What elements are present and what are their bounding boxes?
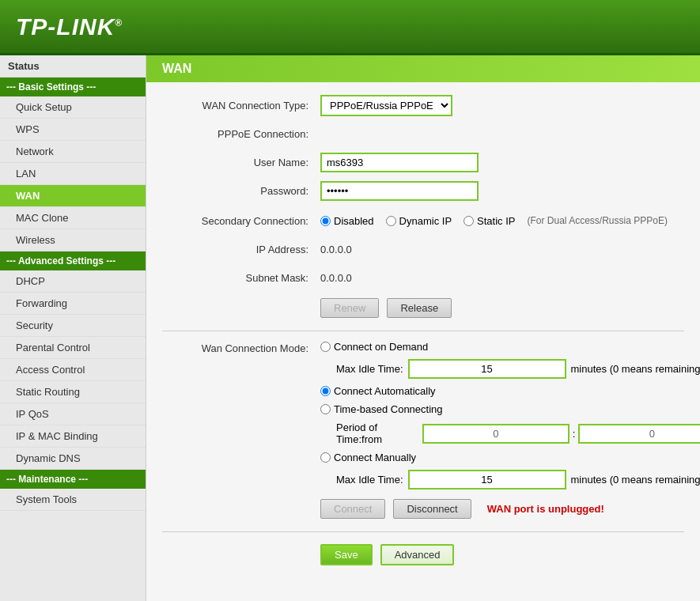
- wan-connection-type-row: WAN Connection Type: PPPoE/Russia PPPoE: [162, 94, 684, 116]
- wan-connection-mode-row: Wan Connection Mode: Connect on Demand M…: [162, 341, 684, 522]
- connect-button[interactable]: Connect: [320, 499, 385, 519]
- secondary-disabled-radio[interactable]: [320, 216, 331, 226]
- secondary-static-ip-option[interactable]: Static IP: [464, 215, 515, 227]
- logo-sup: ®: [115, 17, 123, 28]
- sidebar-item-quick-setup[interactable]: Quick Setup: [0, 96, 146, 119]
- time-based-period-row: Period of Time:from : (HH:MM) to : (HH:M: [320, 421, 700, 445]
- max-idle-time-row-2: Max Idle Time: minutes (0 means remainin…: [320, 470, 700, 489]
- sidebar-item-wireless[interactable]: Wireless: [0, 229, 146, 251]
- ip-address-label: IP Address:: [162, 244, 320, 255]
- renew-release-row: Renew Release: [162, 295, 684, 321]
- secondary-connection-label: Secondary Connection:: [162, 215, 320, 227]
- max-idle-time-row-1: Max Idle Time: minutes (0 means remainin…: [320, 359, 700, 379]
- connect-on-demand-option[interactable]: Connect on Demand: [320, 341, 700, 353]
- secondary-static-ip-radio[interactable]: [464, 216, 474, 226]
- pppoe-connection-label: PPPoE Connection:: [162, 128, 320, 140]
- connect-on-demand-radio[interactable]: [320, 342, 331, 352]
- sidebar-item-wan[interactable]: WAN: [0, 185, 146, 207]
- time-based-label: Time-based Connecting: [334, 403, 443, 415]
- ip-address-value: 0.0.0.0: [320, 244, 352, 255]
- connect-disconnect-row: Connect Disconnect WAN port is unplugged…: [320, 499, 700, 519]
- bottom-buttons-row: Save Advanced: [162, 544, 684, 565]
- connect-automatically-label: Connect Automatically: [334, 385, 436, 397]
- sidebar-item-dhcp[interactable]: DHCP: [0, 270, 146, 293]
- sidebar-item-access-control[interactable]: Access Control: [0, 359, 146, 381]
- user-name-row: User Name:: [162, 151, 684, 173]
- colon-1: :: [573, 428, 576, 440]
- subnet-mask-value: 0.0.0.0: [320, 272, 352, 284]
- header: TP-LINK®: [0, 0, 700, 55]
- max-idle-time-note-2: minutes (0 means remaining active all th…: [571, 474, 700, 486]
- subnet-mask-label: Subnet Mask:: [162, 272, 320, 284]
- password-label: Password:: [162, 185, 320, 197]
- connect-automatically-option[interactable]: Connect Automatically: [320, 385, 700, 397]
- secondary-dynamic-ip-option[interactable]: Dynamic IP: [386, 215, 452, 227]
- time-from-h-input[interactable]: [422, 424, 569, 444]
- sidebar-section-maintenance: --- Maintenance ---: [0, 470, 146, 489]
- time-from-m-input[interactable]: [578, 424, 700, 444]
- sidebar-item-security[interactable]: Security: [0, 315, 146, 337]
- secondary-note: (For Dual Access/Russia PPPoE): [527, 215, 667, 226]
- main-content: WAN WAN Connection Type: PPPoE/Russia PP…: [146, 55, 700, 601]
- page-title-bar: WAN: [146, 55, 700, 82]
- secondary-disabled-label: Disabled: [334, 215, 374, 227]
- max-idle-time-label-2: Max Idle Time:: [336, 474, 403, 486]
- password-row: Password:: [162, 180, 684, 202]
- sidebar-item-network[interactable]: Network: [0, 141, 146, 163]
- password-input[interactable]: [320, 181, 479, 201]
- time-based-option[interactable]: Time-based Connecting: [320, 403, 700, 415]
- sidebar-item-dynamic-dns[interactable]: Dynamic DNS: [0, 448, 146, 470]
- renew-release-buttons: Renew Release: [320, 298, 452, 318]
- sidebar-section-advanced: --- Advanced Settings ---: [0, 251, 146, 270]
- period-label: Period of Time:from: [336, 421, 419, 445]
- ip-address-row: IP Address: 0.0.0.0: [162, 238, 684, 260]
- sidebar-section-basic: --- Basic Settings ---: [0, 77, 146, 96]
- secondary-dynamic-ip-radio[interactable]: [386, 216, 396, 226]
- max-idle-time-input-2[interactable]: [408, 470, 566, 489]
- sidebar-item-static-routing[interactable]: Static Routing: [0, 381, 146, 403]
- disconnect-button[interactable]: Disconnect: [393, 499, 471, 519]
- wan-connection-type-select[interactable]: PPPoE/Russia PPPoE: [320, 95, 452, 116]
- secondary-connection-options: Disabled Dynamic IP Static IP (For Dual …: [320, 215, 668, 227]
- user-name-input[interactable]: [320, 153, 479, 172]
- secondary-disabled-option[interactable]: Disabled: [320, 215, 374, 227]
- wan-connection-type-label: WAN Connection Type:: [162, 100, 320, 112]
- wan-warning: WAN port is unplugged!: [487, 503, 604, 515]
- renew-button[interactable]: Renew: [320, 298, 379, 318]
- pppoe-connection-row: PPPoE Connection:: [162, 123, 684, 145]
- page-title: WAN: [162, 62, 191, 75]
- tp-link-logo: TP-LINK®: [16, 13, 123, 40]
- subnet-mask-row: Subnet Mask: 0.0.0.0: [162, 266, 684, 289]
- save-button[interactable]: Save: [320, 544, 373, 565]
- sidebar-item-forwarding[interactable]: Forwarding: [0, 293, 146, 315]
- wan-connection-mode-label: Wan Connection Mode:: [162, 341, 320, 354]
- user-name-label: User Name:: [162, 157, 320, 168]
- connect-manually-option[interactable]: Connect Manually: [320, 452, 700, 463]
- sidebar-item-ip-qos[interactable]: IP QoS: [0, 403, 146, 425]
- wan-connection-mode-options: Connect on Demand Max Idle Time: minutes…: [320, 341, 700, 522]
- secondary-dynamic-ip-label: Dynamic IP: [399, 215, 452, 227]
- sidebar: Status --- Basic Settings --- Quick Setu…: [0, 55, 146, 601]
- sidebar-item-status[interactable]: Status: [0, 55, 146, 77]
- sidebar-item-lan[interactable]: LAN: [0, 163, 146, 185]
- time-based-radio[interactable]: [320, 404, 331, 414]
- sidebar-item-parental-control[interactable]: Parental Control: [0, 337, 146, 359]
- max-idle-time-input-1[interactable]: [408, 359, 566, 379]
- connect-on-demand-label: Connect on Demand: [334, 341, 428, 353]
- advanced-button[interactable]: Advanced: [380, 544, 455, 565]
- connect-manually-label: Connect Manually: [334, 452, 416, 463]
- release-button[interactable]: Release: [387, 298, 452, 318]
- sidebar-item-system-tools[interactable]: System Tools: [0, 489, 146, 511]
- max-idle-time-label-1: Max Idle Time:: [336, 363, 403, 375]
- sidebar-item-ip-mac-binding[interactable]: IP & MAC Binding: [0, 425, 146, 448]
- connect-automatically-radio[interactable]: [320, 386, 331, 396]
- sidebar-item-mac-clone[interactable]: MAC Clone: [0, 207, 146, 229]
- max-idle-time-note-1: minutes (0 means remaining active all th…: [571, 363, 700, 375]
- connect-manually-radio[interactable]: [320, 452, 331, 463]
- logo-text: TP-LINK: [16, 13, 115, 40]
- sidebar-item-wps[interactable]: WPS: [0, 119, 146, 141]
- secondary-connection-row: Secondary Connection: Disabled Dynamic I…: [162, 210, 684, 232]
- secondary-static-ip-label: Static IP: [477, 215, 515, 227]
